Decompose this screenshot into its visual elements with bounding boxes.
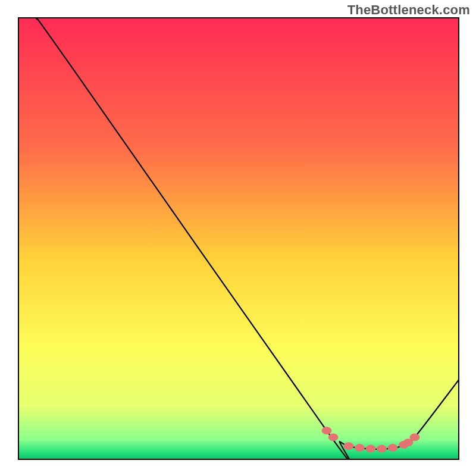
curve-marker: [344, 443, 353, 450]
plot-background: [18, 18, 459, 459]
curve-marker: [366, 445, 375, 452]
curve-marker: [355, 444, 365, 452]
attribution-label: TheBottleneck.com: [347, 2, 470, 18]
chart-container: TheBottleneck.com: [0, 0, 476, 476]
bottleneck-chart: [0, 0, 476, 476]
curve-marker: [322, 427, 331, 434]
curve-marker: [410, 434, 419, 441]
curve-marker: [328, 434, 338, 441]
curve-marker: [377, 445, 387, 452]
curve-marker: [388, 444, 397, 452]
